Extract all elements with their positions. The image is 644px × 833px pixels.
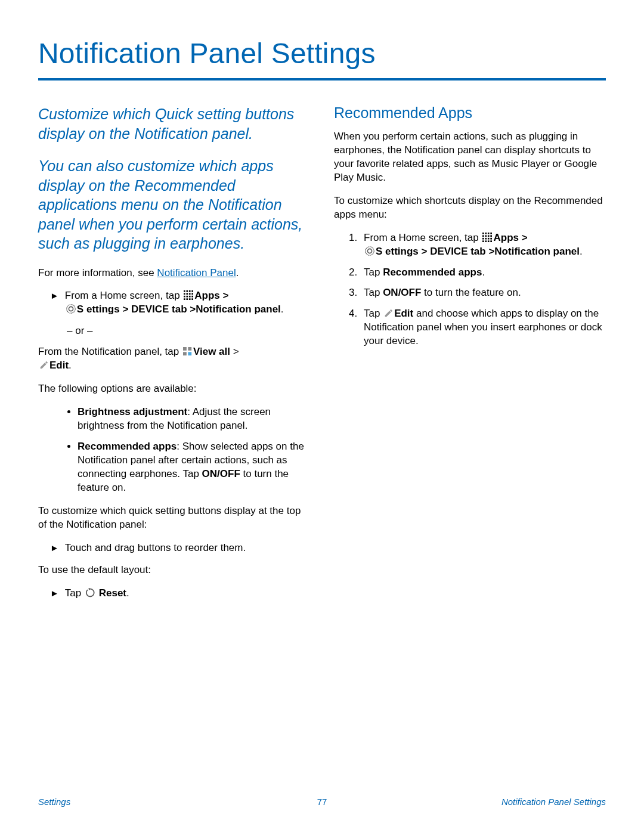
period-3: . xyxy=(126,587,129,599)
rec-paragraph-1: When you perform certain actions, such a… xyxy=(334,130,606,185)
title-rule xyxy=(38,78,606,80)
apps-label: Apps xyxy=(493,232,519,243)
gear-icon xyxy=(365,246,374,256)
reset-label: Reset xyxy=(96,587,126,599)
or-divider: – or – xyxy=(67,325,310,337)
rec-step-2: Tap Recommended apps. xyxy=(360,266,606,280)
apps-icon xyxy=(482,233,492,242)
recommended-apps-heading: Recommended Apps xyxy=(334,104,606,122)
option-recommended: Recommended apps: Show selected apps on … xyxy=(78,440,310,495)
device-tab-text: > DEVICE tab > xyxy=(120,304,196,315)
recommended-apps-label: Recommended apps xyxy=(383,267,482,278)
arrow-step-home-body: From a Home screen, tap Apps > S ettings… xyxy=(65,289,310,317)
view-all-label: View all xyxy=(193,346,230,357)
arrow-icon: ► xyxy=(50,541,59,555)
left-column: Customize which Quick setting buttons di… xyxy=(38,104,310,608)
pencil-icon xyxy=(384,309,393,318)
edit-label: Edit xyxy=(49,360,69,371)
drag-desc: Touch and drag buttons to reorder them. xyxy=(65,541,310,555)
option-brightness-title: Brightness adjustment xyxy=(78,406,187,417)
period-5: . xyxy=(482,267,485,278)
from-panel-text: From the Notification panel, tap xyxy=(38,346,182,357)
page: Notification Panel Settings Customize wh… xyxy=(0,0,644,833)
gt-3: > xyxy=(519,232,528,243)
right-column: Recommended Apps When you perform certai… xyxy=(334,104,606,608)
option-brightness: Brightness adjustment: Adjust the screen… xyxy=(78,405,310,433)
arrow-icon: ► xyxy=(50,587,59,600)
options-list: Brightness adjustment: Adjust the screen… xyxy=(38,405,310,495)
notif-panel-label-2: Notification panel xyxy=(494,246,580,257)
intro-paragraph-2: You can also customize which apps displa… xyxy=(38,156,310,253)
gear-icon xyxy=(66,304,76,314)
rec-step-2-prefix: Tap xyxy=(364,267,383,278)
onoff-label-2: ON/OFF xyxy=(383,287,421,298)
more-info-prefix: For more information, see xyxy=(38,267,157,278)
rec-paragraph-2: To customize which shortcuts display on … xyxy=(334,194,606,222)
two-column-layout: Customize which Quick setting buttons di… xyxy=(38,104,606,608)
intro-paragraph-1: Customize which Quick setting buttons di… xyxy=(38,104,310,143)
period-2: . xyxy=(69,360,72,371)
tap-word: Tap xyxy=(65,587,84,599)
arrow-icon: ► xyxy=(50,289,59,317)
rec-step-3: Tap ON/OFF to turn the feature on. xyxy=(360,286,606,300)
settings-label: S ettings xyxy=(376,246,419,257)
more-info-line: For more information, see Notification P… xyxy=(38,267,310,280)
page-footer: Settings 77 Notification Panel Settings xyxy=(38,797,606,807)
notif-panel-label-1: Notification panel xyxy=(196,304,281,315)
rec-step-3-prefix: Tap xyxy=(364,287,383,298)
reset-step-body: Tap Reset. xyxy=(65,587,310,600)
apps-label: Apps xyxy=(194,290,220,301)
device-tab-text: > DEVICE tab > xyxy=(419,246,495,257)
rec-steps: From a Home screen, tap Apps > S ettings… xyxy=(334,231,606,349)
options-available: The following options are available: xyxy=(38,382,310,396)
viewall-icon xyxy=(183,347,192,356)
customize-quick-text: To customize which quick setting buttons… xyxy=(38,504,310,532)
reset-icon xyxy=(85,588,95,597)
apps-icon xyxy=(184,290,193,300)
rec-step-1: From a Home screen, tap Apps > S ettings… xyxy=(360,231,606,259)
arrow-step-home: ► From a Home screen, tap Apps > S ettin… xyxy=(50,289,310,317)
from-panel-step: From the Notification panel, tap View al… xyxy=(38,345,310,373)
edit-label-2: Edit xyxy=(394,308,413,319)
pencil-icon xyxy=(39,361,48,370)
arrow-step-reset: ► Tap Reset. xyxy=(50,587,310,600)
footer-page-number: 77 xyxy=(38,797,606,807)
home-tap-text: From a Home screen, tap xyxy=(65,290,182,301)
gt-1: > xyxy=(220,290,229,301)
gt-2: > xyxy=(230,346,239,357)
rec-step-4: Tap Edit and choose which apps to displa… xyxy=(360,307,606,348)
default-layout-text: To use the default layout: xyxy=(38,563,310,577)
notification-panel-link[interactable]: Notification Panel xyxy=(157,267,236,278)
rec-step-1-prefix: From a Home screen, tap xyxy=(364,232,481,243)
more-info-suffix: . xyxy=(236,267,239,278)
page-title: Notification Panel Settings xyxy=(38,37,606,70)
period-4: . xyxy=(580,246,583,257)
period-1: . xyxy=(281,304,284,315)
rec-step-3-suffix: to turn the feature on. xyxy=(421,287,521,298)
settings-label: S ettings xyxy=(77,304,120,315)
option-recommended-title: Recommended apps xyxy=(78,441,177,452)
rec-step-4-prefix: Tap xyxy=(364,308,383,319)
onoff-label-1: ON/OFF xyxy=(202,468,240,479)
arrow-step-drag: ► Touch and drag buttons to reorder them… xyxy=(50,541,310,555)
